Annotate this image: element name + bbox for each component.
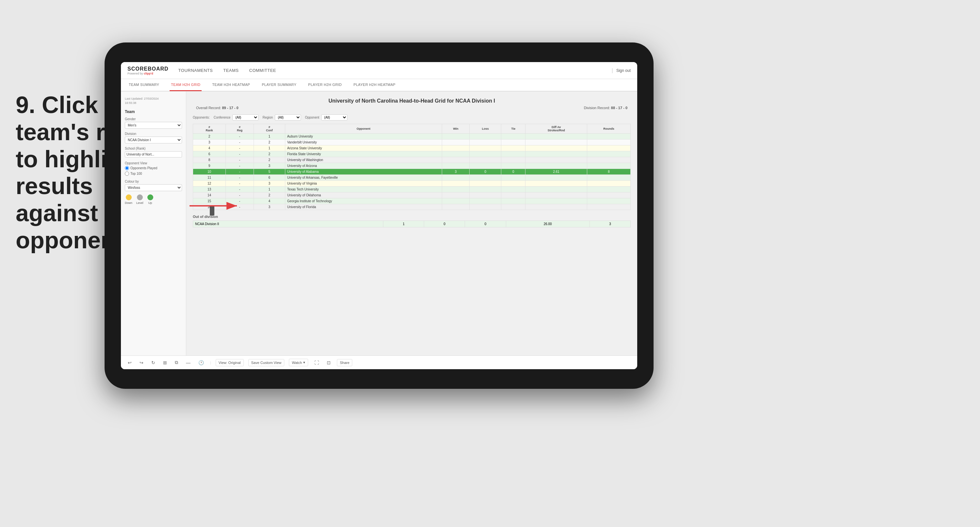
diff-cell — [525, 140, 587, 145]
sidebar-radio-top100[interactable]: Top 100 — [125, 172, 182, 176]
expand-btn[interactable]: ⊞ — [161, 360, 169, 366]
col-tie: Tie — [501, 124, 525, 134]
sub-nav-player-h2h-heatmap[interactable]: PLAYER H2H HEATMAP — [352, 79, 397, 91]
tablet-frame: SCOREBOARD Powered by clipp'd TOURNAMENT… — [105, 43, 654, 389]
overall-record-value: 89 - 17 - 0 — [222, 106, 238, 110]
rounds-cell — [587, 140, 631, 145]
division-record: Division Record: 88 - 17 - 0 — [584, 106, 627, 110]
diff-cell — [525, 193, 587, 198]
table-row[interactable]: 11-6University of Arkansas, Fayetteville — [193, 175, 631, 181]
table-row[interactable]: 16-3University of Florida — [193, 204, 631, 210]
nav-committee[interactable]: COMMITTEE — [249, 67, 277, 74]
table-row[interactable]: 4-1Arizona State University — [193, 145, 631, 151]
legend-level: Level — [136, 194, 143, 205]
reg-cell: - — [226, 175, 254, 181]
legend-up: Up — [147, 194, 153, 205]
rank-cell: 14 — [193, 193, 226, 198]
rank-cell: 15 — [193, 198, 226, 204]
share-btn[interactable]: Share — [337, 359, 352, 366]
opponent-filter-select[interactable]: (All) — [321, 115, 347, 121]
rank-cell: 11 — [193, 175, 226, 181]
dash-btn[interactable]: — — [184, 360, 192, 366]
out-division-diff: 26.00 — [506, 221, 590, 228]
sidebar-radio-opponents-label: Opponents Played — [130, 166, 157, 170]
diff-cell — [525, 163, 587, 169]
win-cell — [442, 193, 469, 198]
overall-record-label: Overall Record: — [196, 106, 221, 110]
sub-nav-player-h2h-grid[interactable]: PLAYER H2H GRID — [307, 79, 343, 91]
share-icon-btn[interactable]: ⊡ — [325, 360, 332, 366]
col-win: Win — [442, 124, 469, 134]
table-row[interactable]: 14-2University of Oklahoma — [193, 193, 631, 198]
opponent-cell: Texas Tech University — [285, 186, 442, 193]
sub-nav-team-h2h-grid[interactable]: TEAM H2H GRID — [170, 79, 202, 91]
sub-nav-team-summary[interactable]: TEAM SUMMARY — [127, 79, 161, 91]
conference-filter-group: Conference (All) — [214, 115, 259, 121]
sidebar-radio-opponents-input[interactable] — [125, 166, 129, 170]
tie-cell — [501, 186, 525, 193]
table-row[interactable]: 8-2University of Washington — [193, 157, 631, 163]
conference-filter-label: Conference — [214, 116, 231, 119]
division-record-label: Division Record: — [584, 106, 610, 110]
out-division-row[interactable]: NCAA Division II 1 0 0 26.00 3 — [193, 221, 631, 228]
opponent-cell: Vanderbilt University — [285, 140, 442, 145]
nav-teams[interactable]: TEAMS — [223, 67, 239, 74]
region-filter-select[interactable]: (All) — [275, 115, 301, 121]
sub-nav-team-h2h-heatmap[interactable]: TEAM H2H HEATMAP — [211, 79, 251, 91]
save-custom-view-btn[interactable]: Save Custom View — [248, 359, 285, 366]
sub-nav: TEAM SUMMARY TEAM H2H GRID TEAM H2H HEAT… — [121, 79, 637, 91]
sidebar-division-select[interactable]: NCAA Division I — [125, 137, 182, 143]
sidebar-colour-by-select[interactable]: Win/loss — [125, 184, 182, 191]
conf-cell: 1 — [254, 145, 285, 151]
screen-btn[interactable]: ⛶ — [313, 360, 321, 366]
top-nav: SCOREBOARD Powered by clipp'd TOURNAMENT… — [121, 62, 637, 79]
sidebar-team-label: Team — [125, 110, 182, 114]
toolbar-sep1: | — [210, 361, 211, 365]
table-row[interactable]: 2-1Auburn University — [193, 134, 631, 140]
table-row[interactable]: 9-3University of Arizona — [193, 163, 631, 169]
nav-sign-out[interactable]: Sign out — [616, 68, 631, 73]
reg-cell: - — [226, 181, 254, 186]
opponent-cell: University of Arizona — [285, 163, 442, 169]
watch-btn[interactable]: Watch ▾ — [289, 359, 308, 366]
undo-btn[interactable]: ↩ — [126, 360, 133, 366]
loss-cell — [469, 157, 501, 163]
conference-filter-select[interactable]: (All) — [232, 115, 258, 121]
table-row[interactable]: 3-2Vanderbilt University — [193, 140, 631, 145]
conf-cell: 2 — [254, 140, 285, 145]
rank-cell: 4 — [193, 145, 226, 151]
opponent-cell: Arizona State University — [285, 145, 442, 151]
sidebar-school-label: School (Rank) — [125, 147, 182, 150]
loss-cell — [469, 186, 501, 193]
win-cell — [442, 157, 469, 163]
out-division-rounds: 3 — [590, 221, 630, 228]
logo-powered: Powered by clipp'd — [127, 72, 169, 75]
conf-cell: 2 — [254, 193, 285, 198]
loss-cell — [469, 198, 501, 204]
copy-btn[interactable]: ⧉ — [173, 359, 180, 366]
clock-btn[interactable]: 🕐 — [197, 360, 205, 366]
table-row[interactable]: 15-4Georgia Institute of Technology — [193, 198, 631, 204]
opponent-cell: Auburn University — [285, 134, 442, 140]
redo-btn[interactable]: ↪ — [138, 360, 145, 366]
sidebar-radio-top100-input[interactable] — [125, 172, 129, 176]
table-row[interactable]: 10-5University of Alabama3002.618 — [193, 169, 631, 175]
redo2-btn[interactable]: ↻ — [150, 360, 157, 366]
legend-level-dot — [137, 194, 143, 200]
table-row[interactable]: 12-3University of Virginia — [193, 181, 631, 186]
diff-cell — [525, 198, 587, 204]
h2h-table: #Rank #Reg #Conf Opponent Win Loss Tie D… — [193, 124, 631, 210]
view-original-btn[interactable]: View: Original — [216, 359, 244, 366]
tablet-side-button — [210, 206, 214, 216]
table-row[interactable]: 13-1Texas Tech University — [193, 186, 631, 193]
sub-nav-player-summary[interactable]: PLAYER SUMMARY — [261, 79, 298, 91]
sidebar-gender-select[interactable]: Men's — [125, 122, 182, 129]
tie-cell — [501, 181, 525, 186]
table-row[interactable]: 6-2Florida State University — [193, 151, 631, 157]
out-division-loss: 0 — [424, 221, 465, 228]
reg-cell: - — [226, 157, 254, 163]
nav-tournaments[interactable]: TOURNAMENTS — [178, 67, 213, 74]
loss-cell — [469, 204, 501, 210]
rounds-cell — [587, 204, 631, 210]
sidebar-radio-opponents[interactable]: Opponents Played — [125, 166, 182, 170]
